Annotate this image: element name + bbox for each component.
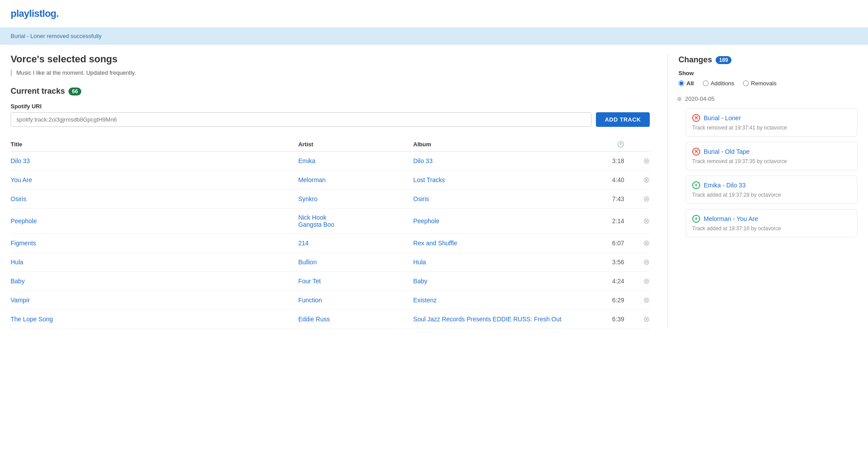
col-header-action xyxy=(624,137,650,152)
table-row: Baby Four Tet Baby 4:24 ⊗ xyxy=(11,272,650,291)
col-header-album: Album xyxy=(413,137,573,152)
change-card-link[interactable]: Burial - Loner xyxy=(704,114,741,122)
right-panel: Changes 189 Show All Additions Removals … xyxy=(667,53,857,329)
track-album[interactable]: Dilo 33 xyxy=(413,152,573,171)
track-artist[interactable]: Bullion xyxy=(298,253,413,272)
track-remove-cell: ⊗ xyxy=(624,209,650,234)
filter-removals[interactable]: Removals xyxy=(743,80,777,87)
change-card-title: + Melorman - You Are xyxy=(692,215,851,223)
timeline-date: 2020-04-05 xyxy=(686,95,857,102)
track-duration: 6:07 xyxy=(573,234,624,253)
track-artist[interactable]: Nick HookGangsta Boo xyxy=(298,209,413,234)
current-tracks-header: Current tracks 66 xyxy=(11,87,650,96)
track-artist[interactable]: Melorman xyxy=(298,171,413,190)
table-row: Peephole Nick HookGangsta Boo Peephole 2… xyxy=(11,209,650,234)
track-album[interactable]: Peephole xyxy=(413,209,573,234)
table-row: Vampir Function Existenz 6:29 ⊗ xyxy=(11,291,650,310)
current-tracks-title: Current tracks xyxy=(11,87,65,96)
changes-header: Changes 189 xyxy=(678,53,857,65)
track-remove-cell: ⊗ xyxy=(624,190,650,209)
track-duration: 6:39 xyxy=(573,310,624,329)
col-header-title: Title xyxy=(11,137,298,152)
change-card-link[interactable]: Emika - Dilo 33 xyxy=(704,182,746,189)
filter-removals-radio[interactable] xyxy=(743,80,749,86)
track-duration: 4:24 xyxy=(573,272,624,291)
remove-track-button[interactable]: ⊗ xyxy=(643,217,650,225)
app-header: playlistlog. xyxy=(0,0,868,27)
filter-all-radio[interactable] xyxy=(678,80,684,86)
track-title[interactable]: Dilo 33 xyxy=(11,152,298,171)
track-title[interactable]: Peephole xyxy=(11,209,298,234)
track-title[interactable]: Osiris xyxy=(11,190,298,209)
page-title: Vorce's selected songs xyxy=(11,53,650,65)
show-label: Show xyxy=(678,70,857,76)
track-album[interactable]: Lost Tracks xyxy=(413,171,573,190)
remove-track-button[interactable]: ⊗ xyxy=(643,176,650,184)
change-card: + Melorman - You Are Track added at 19:3… xyxy=(686,209,857,237)
change-card-link[interactable]: Melorman - You Are xyxy=(704,215,758,222)
notification-message: Burial - Loner removed successfully xyxy=(11,33,102,39)
track-album[interactable]: Rex and Shuffle xyxy=(413,234,573,253)
remove-track-button[interactable]: ⊗ xyxy=(643,258,650,266)
notification-bar: Burial - Loner removed successfully xyxy=(0,27,868,45)
remove-icon: ✕ xyxy=(692,114,700,122)
table-row: Osiris Synkro Osiris 7:43 ⊗ xyxy=(11,190,650,209)
app-logo: playlistlog. xyxy=(11,8,857,19)
remove-icon: ✕ xyxy=(692,148,700,156)
track-remove-cell: ⊗ xyxy=(624,152,650,171)
remove-track-button[interactable]: ⊗ xyxy=(643,239,650,247)
remove-track-button[interactable]: ⊗ xyxy=(643,296,650,304)
track-album[interactable]: Osiris xyxy=(413,190,573,209)
track-title[interactable]: Baby xyxy=(11,272,298,291)
change-card-title: + Emika - Dilo 33 xyxy=(692,181,851,189)
remove-track-button[interactable]: ⊗ xyxy=(643,195,650,203)
remove-track-button[interactable]: ⊗ xyxy=(643,277,650,285)
track-artist[interactable]: Emika xyxy=(298,152,413,171)
track-album[interactable]: Existenz xyxy=(413,291,573,310)
track-album[interactable]: Hula xyxy=(413,253,573,272)
clock-icon: 🕐 xyxy=(617,141,624,148)
track-artist[interactable]: Synkro xyxy=(298,190,413,209)
change-card: + Emika - Dilo 33 Track added at 19:37:2… xyxy=(686,175,857,204)
track-title[interactable]: Hula xyxy=(11,253,298,272)
add-icon: + xyxy=(692,181,700,189)
track-artist[interactable]: Eddie Russ xyxy=(298,310,413,329)
track-title[interactable]: Vampir xyxy=(11,291,298,310)
changes-timeline: 2020-04-05 ✕ Burial - Loner Track remove… xyxy=(678,95,857,237)
change-card-meta: Track added at 19:37:28 by octavorce xyxy=(692,192,851,198)
track-remove-cell: ⊗ xyxy=(624,234,650,253)
spotify-uri-input[interactable] xyxy=(11,112,591,127)
track-title[interactable]: The Lope Song xyxy=(11,310,298,329)
track-remove-cell: ⊗ xyxy=(624,291,650,310)
track-title[interactable]: Figments xyxy=(11,234,298,253)
track-duration: 4:40 xyxy=(573,171,624,190)
track-duration: 3:56 xyxy=(573,253,624,272)
track-artist[interactable]: Function xyxy=(298,291,413,310)
remove-track-button[interactable]: ⊗ xyxy=(643,157,650,165)
tracks-table: Title Artist Album 🕐 Dilo 33 Emika Dilo … xyxy=(11,137,650,329)
change-card-meta: Track removed at 19:37:41 by octavorce xyxy=(692,125,851,131)
track-artist[interactable]: 214 xyxy=(298,234,413,253)
track-album[interactable]: Soul Jazz Records Presents EDDIE RUSS: F… xyxy=(413,310,573,329)
track-title[interactable]: You Are xyxy=(11,171,298,190)
filter-additions-label: Additions xyxy=(711,80,734,87)
table-row: The Lope Song Eddie Russ Soul Jazz Recor… xyxy=(11,310,650,329)
main-layout: Vorce's selected songs Music I like at t… xyxy=(0,45,868,329)
track-artist[interactable]: Four Tet xyxy=(298,272,413,291)
filter-additions[interactable]: Additions xyxy=(703,80,734,87)
table-row: Figments 214 Rex and Shuffle 6:07 ⊗ xyxy=(11,234,650,253)
track-remove-cell: ⊗ xyxy=(624,310,650,329)
filter-all[interactable]: All xyxy=(678,80,694,87)
filter-additions-radio[interactable] xyxy=(703,80,709,86)
current-tracks-badge: 66 xyxy=(68,88,81,95)
add-icon: + xyxy=(692,215,700,223)
change-card-link[interactable]: Burial - Old Tape xyxy=(704,148,750,155)
changes-title: Changes xyxy=(678,55,712,65)
remove-track-button[interactable]: ⊗ xyxy=(643,315,650,323)
left-panel: Vorce's selected songs Music I like at t… xyxy=(11,53,667,329)
track-album[interactable]: Baby xyxy=(413,272,573,291)
col-header-artist: Artist xyxy=(298,137,413,152)
track-remove-cell: ⊗ xyxy=(624,253,650,272)
page-subtitle: Music I like at the moment. Updated freq… xyxy=(11,69,650,76)
add-track-button[interactable]: ADD TRACK xyxy=(596,112,650,127)
